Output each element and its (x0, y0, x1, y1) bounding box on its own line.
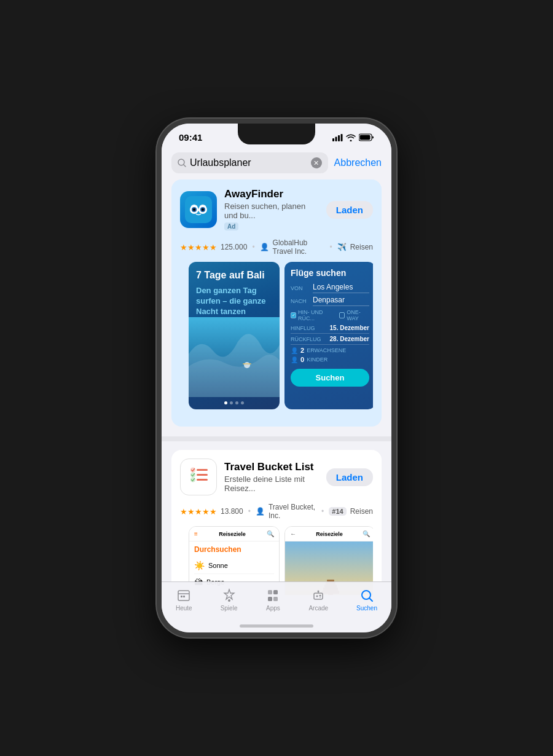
heute-icon (176, 588, 191, 603)
svg-rect-3 (341, 134, 343, 141)
app1-name: AwayFinder (224, 188, 319, 200)
adults-count: 2 (300, 347, 304, 354)
bali-subtitle: Den ganzen Tag surfen – die ganze Nacht … (196, 286, 272, 317)
app1-icon (180, 191, 217, 228)
bali-screenshot: 7 Tage auf Bali Den ganzen Tag surfen – … (189, 262, 280, 409)
status-bar: 09:41 (162, 124, 391, 148)
battery-icon (359, 133, 374, 141)
screen1-header: ≡ Reiseziele 🔍 (189, 527, 279, 541)
svg-rect-5 (360, 135, 371, 140)
app2-stars: ★★★★★ (180, 507, 217, 516)
phone-frame: 09:41 (157, 119, 396, 637)
sun-icon: ☀️ (194, 561, 205, 570)
tab-heute[interactable]: Heute (176, 588, 192, 612)
svg-line-70 (370, 599, 373, 602)
tab-apps[interactable]: Apps (265, 588, 280, 612)
flight-search-button[interactable]: Suchen (291, 369, 369, 387)
kids-row: 👤 0 KINDER (291, 356, 369, 363)
dot-3 (235, 401, 238, 404)
app1-stars: ★★★★★ (180, 243, 217, 252)
app1-rating: 125.000 (221, 243, 247, 251)
category-sun: ☀️ Sonne (194, 557, 274, 574)
tab-arcade[interactable]: Arcade (308, 588, 328, 612)
search-icon (178, 159, 186, 167)
svg-point-17 (244, 362, 250, 368)
app1-header: AwayFinder Reisen suchen, planen und bu.… (180, 188, 373, 231)
svg-rect-58 (268, 590, 272, 594)
ad-badge: Ad (224, 222, 238, 230)
app2-category: Reisen (350, 507, 373, 516)
spiele-icon (222, 588, 237, 603)
apps-label: Apps (266, 605, 280, 612)
app1-developer: GlobalHub Travel Inc. (273, 238, 325, 256)
spiele-label: Spiele (221, 605, 238, 612)
app1-cta-button[interactable]: Laden (326, 201, 373, 219)
svg-point-68 (320, 597, 321, 598)
bali-image (189, 317, 280, 397)
svg-rect-28 (183, 462, 214, 492)
search-query: Urlaubsplaner (190, 157, 307, 168)
screen1-search-icon: 🔍 (267, 530, 274, 537)
app2-card: Travel Bucket List Erstelle deine Liste … (171, 450, 382, 595)
cancel-button[interactable]: Abbrechen (334, 157, 382, 168)
dot-1 (224, 401, 227, 404)
svg-rect-18 (243, 363, 251, 364)
search-input-wrap[interactable]: Urlaubsplaner ✕ (171, 152, 328, 173)
carousel-dots (224, 401, 244, 404)
ret-date: 28. Dezember (330, 336, 369, 342)
apps-icon (265, 588, 280, 603)
kids-count: 0 (300, 356, 304, 363)
svg-rect-59 (273, 590, 278, 594)
screen2-title: Reiseziele (316, 531, 343, 537)
tab-suchen[interactable]: Suchen (356, 588, 377, 612)
roundtrip-checkbox: ✓ (291, 312, 296, 318)
svg-rect-2 (338, 135, 340, 141)
svg-rect-15 (197, 209, 200, 211)
ret-label: RÜCKFLUG (291, 336, 321, 342)
svg-rect-1 (335, 136, 337, 141)
bali-title: 7 Tage auf Bali (196, 269, 272, 281)
app1-desc: Reisen suchen, planen und bu... (224, 202, 319, 220)
adults-row: 👤 2 ERWACHSENE (291, 347, 369, 354)
arcade-icon (311, 588, 326, 603)
svg-rect-0 (332, 138, 334, 141)
app2-name: Travel Bucket List (224, 461, 319, 473)
app1-category: Reisen (350, 243, 373, 251)
svg-rect-30 (197, 474, 208, 476)
screen-content: Urlaubsplaner ✕ Abbrechen (162, 148, 391, 595)
back-arrow-icon: ← (290, 530, 296, 537)
to-value: Denpasar (313, 296, 369, 306)
svg-rect-62 (314, 593, 323, 599)
app1-info: AwayFinder Reisen suchen, planen und bu.… (224, 188, 319, 231)
svg-line-7 (184, 165, 186, 167)
arcade-label: Arcade (308, 605, 328, 612)
rank-badge: #14 (329, 507, 346, 516)
to-label: NACH (291, 298, 310, 304)
adults-icon: 👤 (291, 347, 298, 354)
app2-cta-button[interactable]: Laden (326, 468, 373, 486)
svg-rect-60 (268, 597, 272, 601)
app2-header: Travel Bucket List Erstelle deine Liste … (180, 459, 373, 495)
away-finder-logo (185, 196, 212, 223)
wifi-icon (346, 134, 356, 141)
flight-title: Flüge suchen (291, 268, 369, 278)
svg-rect-31 (197, 479, 208, 481)
suchen-label: Suchen (356, 605, 377, 612)
suchen-icon (359, 588, 374, 603)
tab-bar: Heute Spiele Apps (162, 581, 391, 632)
search-bar-row: Urlaubsplaner ✕ Abbrechen (162, 148, 391, 179)
screen1-title: Reiseziele (219, 531, 246, 537)
browse-title: Durchsuchen (194, 545, 274, 554)
tab-spiele[interactable]: Spiele (221, 588, 238, 612)
cat1-label: Sonne (208, 562, 228, 569)
clear-button[interactable]: ✕ (311, 157, 322, 168)
trip-type-row: ✓ HIN- UND RÜC... ONE-WAY (291, 309, 369, 321)
svg-point-57 (228, 599, 230, 602)
heute-label: Heute (176, 605, 192, 612)
oneway-option: ONE-WAY (339, 309, 369, 321)
svg-point-13 (193, 208, 195, 211)
signal-icon (332, 134, 343, 141)
svg-point-67 (320, 595, 321, 597)
ret-date-row: RÜCKFLUG 28. Dezember (291, 336, 369, 345)
person-icon-2: 👤 (256, 507, 265, 516)
